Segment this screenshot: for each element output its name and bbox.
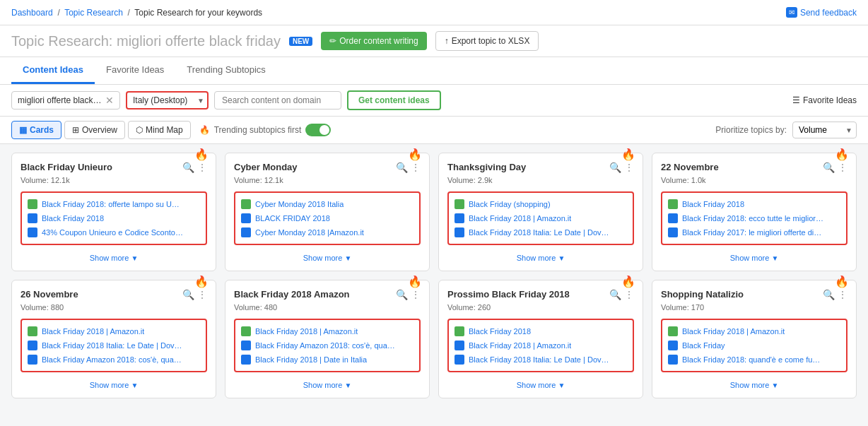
tab-content-ideas[interactable]: Content Ideas xyxy=(11,57,95,84)
tabs-bar: Content Ideas Favorite Ideas Trending Su… xyxy=(0,57,868,85)
card-0: 🔥 Black Friday Unieuro 🔍 ⋮ Volume: 12.1k… xyxy=(11,153,216,271)
card-actions-2[interactable]: 🔍 ⋮ xyxy=(609,162,634,173)
item-text-3-2: Black Friday 2017: le migliori offerte d… xyxy=(682,228,823,237)
card-header-5: Black Friday 2018 Amazon 🔍 ⋮ xyxy=(234,289,421,300)
tab-trending-subtopics[interactable]: Trending Subtopics xyxy=(175,57,277,84)
breadcrumb-topic-research[interactable]: Topic Research xyxy=(64,8,123,18)
show-more-arrow-3: ▼ xyxy=(771,254,778,262)
get-ideas-button[interactable]: Get content ideas xyxy=(347,90,441,110)
card-volume-2: Volume: 2.9k xyxy=(447,176,634,184)
card-actions-0[interactable]: 🔍 ⋮ xyxy=(182,162,207,173)
item-icon-2-1 xyxy=(454,213,464,223)
item-icon-3-2 xyxy=(668,227,678,237)
card-item-5-2[interactable]: Black Friday 2018 | Date in Italia xyxy=(241,353,414,367)
card-item-4-0[interactable]: Black Friday 2018 | Amazon.it xyxy=(28,324,200,338)
card-item-6-1[interactable]: Black Friday 2018 | Amazon.it xyxy=(454,338,627,353)
breadcrumb-dashboard[interactable]: Dashboard xyxy=(11,8,53,18)
card-volume-1: Volume: 12.1k xyxy=(234,176,421,184)
new-badge: NEW xyxy=(289,37,312,46)
card-item-4-1[interactable]: Black Friday 2018 Italia: Le Date | Dove… xyxy=(28,338,200,353)
mind-map-view-button[interactable]: ⬡ Mind Map xyxy=(128,121,191,139)
feedback-label: Send feedback xyxy=(800,8,857,18)
menu-icon: ☰ xyxy=(792,95,800,105)
favorite-ideas-link[interactable]: ☰ Favorite Ideas xyxy=(792,95,857,105)
card-actions-4[interactable]: 🔍 ⋮ xyxy=(182,289,207,300)
card-item-5-0[interactable]: Black Friday 2018 | Amazon.it xyxy=(241,324,414,338)
show-more-3[interactable]: Show more ▼ xyxy=(661,251,848,262)
card-header-4: 26 Novembre 🔍 ⋮ xyxy=(20,289,207,300)
order-content-button[interactable]: ✏ Order content writing xyxy=(321,32,426,50)
card-item-4-2[interactable]: Black Friday Amazon 2018: cos'è, quand'è… xyxy=(28,353,200,367)
card-item-7-1[interactable]: Black Friday xyxy=(668,338,840,353)
card-actions-5[interactable]: 🔍 ⋮ xyxy=(396,289,421,300)
cards-icon: ▦ xyxy=(19,125,27,135)
card-item-7-0[interactable]: Black Friday 2018 | Amazon.it xyxy=(668,324,840,338)
page-title: Topic Research: migliori offerte black f… xyxy=(11,33,281,49)
card-item-0-1[interactable]: Black Friday 2018 xyxy=(28,211,200,225)
card-items-2: Black Friday (shopping) Black Friday 201… xyxy=(447,191,634,245)
breadcrumb-bar: Dashboard / Topic Research / Topic Resea… xyxy=(0,0,868,25)
overview-view-button[interactable]: ⊞ Overview xyxy=(64,121,125,139)
card-item-2-2[interactable]: Black Friday 2018 Italia: Le Date | Dove… xyxy=(454,225,627,239)
card-items-1: Cyber Monday 2018 Italia BLACK FRIDAY 20… xyxy=(234,191,421,245)
card-volume-0: Volume: 12.1k xyxy=(20,176,207,184)
prioritize-select[interactable]: Volume Difficulty Relevance xyxy=(792,122,857,138)
card-header-0: Black Friday Unieuro 🔍 ⋮ xyxy=(20,162,207,173)
card-actions-3[interactable]: 🔍 ⋮ xyxy=(823,162,848,173)
location-select-wrap: Italy (Desktop) USA (Desktop) UK (Deskto… xyxy=(126,91,209,110)
card-item-0-0[interactable]: Black Friday 2018: offerte lampo su Unie… xyxy=(28,197,200,211)
card-1: 🔥 Cyber Monday 🔍 ⋮ Volume: 12.1k Cyber M… xyxy=(225,153,430,271)
card-item-1-0[interactable]: Cyber Monday 2018 Italia xyxy=(241,197,414,211)
domain-search-input[interactable] xyxy=(214,91,341,110)
item-text-7-1: Black Friday xyxy=(682,341,725,350)
location-select[interactable]: Italy (Desktop) USA (Desktop) UK (Deskto… xyxy=(126,91,209,110)
show-more-6[interactable]: Show more ▼ xyxy=(447,378,634,389)
card-actions-7[interactable]: 🔍 ⋮ xyxy=(823,289,848,300)
view-bar: ▦ Cards ⊞ Overview ⬡ Mind Map 🔥 Trending… xyxy=(0,117,868,144)
trending-toggle-switch[interactable] xyxy=(305,124,331,136)
prioritize-wrap: Prioritize topics by: Volume Difficulty … xyxy=(715,122,857,138)
overview-label: Overview xyxy=(82,125,117,135)
card-title-4: 26 Novembre xyxy=(20,289,182,300)
card-item-3-1[interactable]: Black Friday 2018: ecco tutte le miglior… xyxy=(668,211,840,225)
show-more-7[interactable]: Show more ▼ xyxy=(661,378,848,389)
card-item-6-2[interactable]: Black Friday 2018 Italia: Le Date | Dove… xyxy=(454,353,627,367)
item-text-0-0: Black Friday 2018: offerte lampo su Unie… xyxy=(42,200,183,208)
prioritize-label: Prioritize topics by: xyxy=(715,125,787,135)
card-item-5-1[interactable]: Black Friday Amazon 2018: cos'è, quand'è… xyxy=(241,338,414,353)
card-item-1-2[interactable]: Cyber Monday 2018 |Amazon.it xyxy=(241,225,414,239)
cards-view-button[interactable]: ▦ Cards xyxy=(11,121,61,139)
card-actions-1[interactable]: 🔍 ⋮ xyxy=(396,162,421,173)
card-item-2-1[interactable]: Black Friday 2018 | Amazon.it xyxy=(454,211,627,225)
mind-map-icon: ⬡ xyxy=(136,125,143,135)
card-actions-6[interactable]: 🔍 ⋮ xyxy=(609,289,634,300)
card-2: 🔥 Thanksgiving Day 🔍 ⋮ Volume: 2.9k Blac… xyxy=(438,153,643,271)
show-more-4[interactable]: Show more ▼ xyxy=(20,378,207,389)
item-icon-7-1 xyxy=(668,341,678,350)
send-feedback-button[interactable]: ✉ Send feedback xyxy=(786,7,857,18)
card-item-7-2[interactable]: Black Friday 2018: quand'è e come funzio… xyxy=(668,353,840,367)
item-text-7-0: Black Friday 2018 | Amazon.it xyxy=(682,327,785,336)
card-item-2-0[interactable]: Black Friday (shopping) xyxy=(454,197,627,211)
item-text-2-2: Black Friday 2018 Italia: Le Date | Dove… xyxy=(469,228,610,237)
export-topic-button[interactable]: ↑ Export topic to XLSX xyxy=(435,31,539,51)
show-more-2[interactable]: Show more ▼ xyxy=(447,251,634,262)
card-volume-7: Volume: 170 xyxy=(661,303,848,312)
show-more-5[interactable]: Show more ▼ xyxy=(234,378,421,389)
card-item-6-0[interactable]: Black Friday 2018 xyxy=(454,324,627,338)
show-more-0[interactable]: Show more ▼ xyxy=(20,251,207,262)
card-title-0: Black Friday Unieuro xyxy=(20,162,182,172)
card-header-3: 22 Novembre 🔍 ⋮ xyxy=(661,162,848,173)
clear-keyword-button[interactable]: ✕ xyxy=(105,95,114,106)
cards-label: Cards xyxy=(30,125,54,135)
item-text-2-0: Black Friday (shopping) xyxy=(469,200,551,208)
card-item-3-0[interactable]: Black Friday 2018 xyxy=(668,197,840,211)
item-text-3-1: Black Friday 2018: ecco tutte le miglior… xyxy=(682,214,823,223)
card-item-0-2[interactable]: 43% Coupon Unieuro e Codice Sconto Unieu… xyxy=(28,225,200,239)
card-item-1-1[interactable]: BLACK FRIDAY 2018 xyxy=(241,211,414,225)
card-item-3-2[interactable]: Black Friday 2017: le migliori offerte d… xyxy=(668,225,840,239)
show-more-arrow-4: ▼ xyxy=(131,381,138,389)
card-volume-4: Volume: 880 xyxy=(20,303,207,312)
tab-favorite-ideas[interactable]: Favorite Ideas xyxy=(95,57,175,84)
show-more-1[interactable]: Show more ▼ xyxy=(234,251,421,262)
